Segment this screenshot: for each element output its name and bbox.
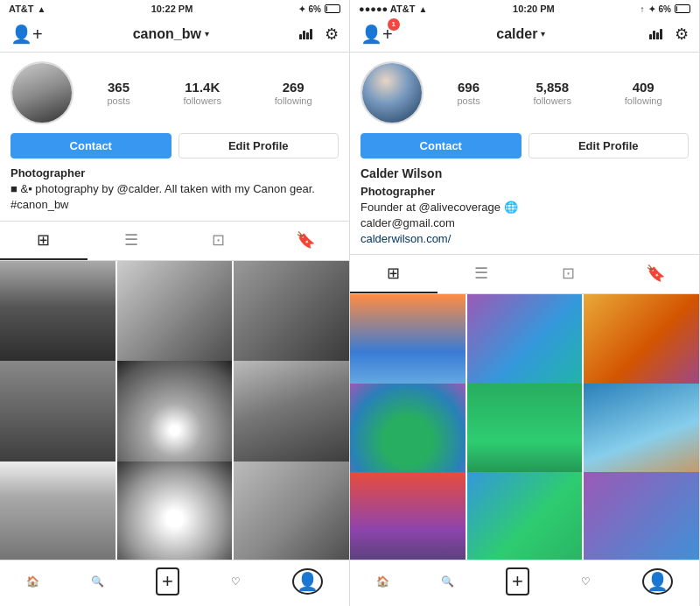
status-bar-right: ●●●●● AT&T ▲ 10:20 PM ↑ ✦ 6% [350, 0, 699, 16]
wifi-icon-right: ▲ [418, 4, 427, 14]
photo-cell-1[interactable] [0, 261, 116, 377]
battery-icon-left [325, 4, 340, 13]
stat-followers-right: 5,858 followers [534, 80, 571, 107]
tab-tag-right[interactable]: ⊡ [525, 255, 612, 293]
nav-bar-left: 👤+ canon_bw ▾ ⚙ [0, 16, 349, 53]
btn-row-left: Contact Edit Profile [0, 130, 349, 166]
photo-cell-9[interactable] [234, 462, 349, 560]
arrow-icon-right: ↑ [640, 4, 645, 14]
add-icon-left[interactable]: + [156, 567, 179, 595]
btn-row-right: Contact Edit Profile [350, 130, 699, 166]
stats-right: 696 posts 5,858 followers 409 following [424, 80, 689, 107]
bio-left: Photographer ■ &▪ photography by @calder… [0, 166, 349, 221]
battery-left: 6% [309, 4, 321, 14]
photo-cell-8[interactable] [117, 462, 233, 560]
chevron-down-icon-right[interactable]: ▾ [541, 29, 545, 39]
contact-button-left[interactable]: Contact [10, 133, 172, 159]
chart-icon-right[interactable] [649, 25, 662, 42]
avatar-left [10, 61, 74, 124]
bio-link-right[interactable]: calderwilson.com/ [360, 231, 689, 247]
stat-following-right: 409 following [625, 80, 662, 107]
edit-profile-button-right[interactable]: Edit Profile [528, 133, 690, 159]
bio-text-left: ■ &▪ photography by @calder. All taken w… [10, 181, 339, 213]
view-tabs-right: ⊞ ☰ ⊡ 🔖 [350, 254, 699, 294]
bt-icon-left: ✦ [298, 4, 305, 14]
stat-posts-left: 365 posts [107, 80, 130, 107]
contact-button-right[interactable]: Contact [360, 133, 522, 159]
bt-icon-right: ✦ [648, 4, 655, 14]
photo-cell-6[interactable] [234, 361, 349, 476]
tab-list-left[interactable]: ☰ [88, 222, 175, 260]
stat-posts-right: 696 posts [457, 80, 480, 107]
bio-email-right: calder@gmail.com [360, 215, 689, 231]
photo-cell-5[interactable] [117, 361, 233, 476]
photo-grid-right [350, 294, 699, 560]
phone-right: ●●●●● AT&T ▲ 10:20 PM ↑ ✦ 6% 👤+ 1 calder… [350, 0, 700, 606]
profile-header-left: 365 posts 11.4K followers 269 following [0, 53, 349, 130]
bio-name-right: Calder Wilson [360, 166, 689, 183]
photo-cell-3[interactable] [234, 261, 349, 377]
bio-text-right: Founder at @alivecoverage 🌐 [360, 200, 689, 215]
wifi-icon-left: ▲ [38, 4, 46, 14]
stat-following-left: 269 following [275, 80, 312, 107]
stat-followers-left: 11.4K followers [184, 80, 221, 107]
photo-cell-r7[interactable] [350, 472, 466, 560]
battery-right: 6% [659, 4, 671, 14]
status-bar-left: AT&T ▲ 10:22 PM ✦ 6% [0, 0, 349, 16]
profile-header-right: 696 posts 5,858 followers 409 following [350, 53, 699, 130]
add-person-icon-left[interactable]: 👤+ [10, 24, 43, 45]
view-tabs-left: ⊞ ☰ ⊡ 🔖 [0, 221, 349, 261]
tab-tag-left[interactable]: ⊡ [175, 222, 262, 260]
tab-grid-left[interactable]: ⊞ [0, 222, 88, 260]
heart-icon-left[interactable]: ♡ [231, 575, 241, 588]
home-icon-left[interactable]: 🏠 [26, 575, 39, 588]
tab-grid-right[interactable]: ⊞ [350, 255, 438, 293]
bottom-nav-right: 🏠 🔍 + ♡ 👤 [350, 560, 699, 606]
nav-bar-right: 👤+ 1 calder ▾ ⚙ [350, 16, 699, 53]
add-person-icon-right[interactable]: 👤+ 1 [360, 24, 393, 45]
edit-profile-button-left[interactable]: Edit Profile [178, 133, 340, 159]
bio-right: Calder Wilson Photographer Founder at @a… [350, 166, 699, 254]
photo-grid-left [0, 261, 349, 560]
time-left: 10:22 PM [151, 4, 193, 14]
time-right: 10:20 PM [513, 4, 555, 14]
chevron-down-icon-left[interactable]: ▾ [205, 29, 209, 39]
gear-icon-right[interactable]: ⚙ [675, 25, 689, 44]
search-icon-left[interactable]: 🔍 [91, 575, 104, 588]
search-icon-right[interactable]: 🔍 [441, 575, 454, 588]
battery-icon-right [675, 4, 690, 13]
phone-left: AT&T ▲ 10:22 PM ✦ 6% 👤+ canon_bw ▾ [0, 0, 350, 606]
profile-icon-right[interactable]: 👤 [642, 568, 673, 595]
chart-icon-left[interactable] [299, 25, 312, 42]
username-left: canon_bw [133, 26, 201, 42]
add-icon-right[interactable]: + [506, 567, 529, 595]
photo-cell-7[interactable] [0, 462, 116, 560]
notification-badge: 1 [388, 18, 400, 31]
avatar-right [360, 61, 424, 124]
tab-bookmark-left[interactable]: 🔖 [262, 222, 349, 260]
bottom-nav-left: 🏠 🔍 + ♡ 👤 [0, 560, 349, 606]
tab-list-right[interactable]: ☰ [438, 255, 525, 293]
profile-icon-left[interactable]: 👤 [292, 568, 323, 595]
bio-role-right: Photographer [360, 184, 689, 200]
gear-icon-left[interactable]: ⚙ [325, 25, 339, 44]
carrier-right: ●●●●● AT&T [359, 4, 415, 14]
heart-icon-right[interactable]: ♡ [581, 575, 591, 588]
stats-left: 365 posts 11.4K followers 269 following [74, 80, 339, 107]
photo-cell-4[interactable] [0, 361, 116, 476]
home-icon-right[interactable]: 🏠 [376, 575, 389, 588]
photo-cell-r9[interactable] [584, 472, 699, 560]
photo-cell-2[interactable] [117, 261, 233, 377]
carrier-left: AT&T [9, 4, 34, 14]
username-right: calder [496, 26, 537, 42]
bio-role-left: Photographer [10, 166, 339, 181]
photo-cell-r8[interactable] [467, 472, 583, 560]
tab-bookmark-right[interactable]: 🔖 [612, 255, 699, 293]
